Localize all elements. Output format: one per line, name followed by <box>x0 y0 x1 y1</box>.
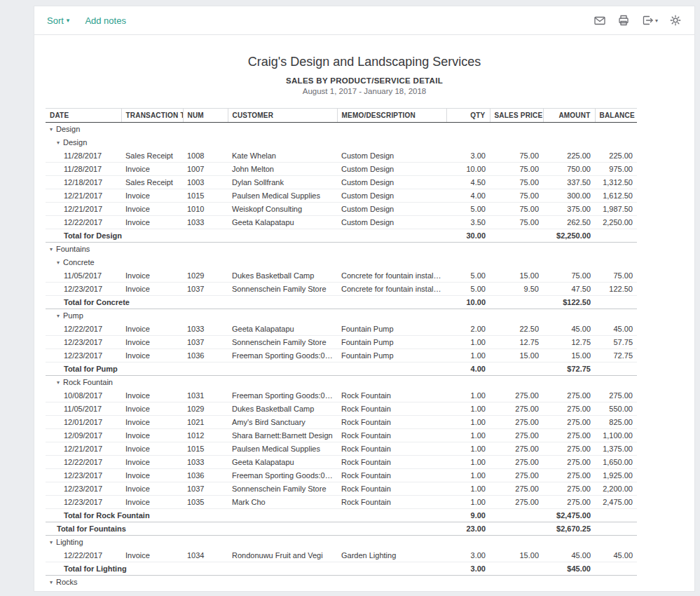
transaction-row[interactable]: 12/18/2017Sales Receipt1003Dylan Sollfra… <box>46 176 637 189</box>
cell-num: 1008 <box>183 149 228 163</box>
cell-customer: Sonnenschein Family Store <box>228 336 337 349</box>
transaction-row[interactable]: 12/23/2017Invoice1036Freeman Sporting Go… <box>46 349 637 363</box>
cell-qty: 3.00 <box>446 549 490 562</box>
cell-txn_type: Invoice <box>121 456 183 469</box>
cell-txn_type: Invoice <box>121 389 183 402</box>
cell-balance: 57.75 <box>595 336 637 349</box>
collapse-triangle-icon[interactable]: ▾ <box>50 126 53 133</box>
cell-customer: Rondonuwu Fruit and Vegi <box>228 549 337 562</box>
cell-qty: 1.00 <box>446 429 490 442</box>
cell-num: 1012 <box>183 429 228 442</box>
transaction-row[interactable]: 12/21/2017Invoice1015Paulsen Medical Sup… <box>46 189 637 203</box>
collapse-triangle-icon[interactable]: ▾ <box>57 140 60 146</box>
cell-customer: Dylan Sollfrank <box>228 176 337 189</box>
transaction-row[interactable]: 12/21/2017Invoice1015Paulsen Medical Sup… <box>46 442 637 456</box>
cell-customer: John Melton <box>228 163 337 176</box>
collapse-triangle-icon[interactable]: ▾ <box>50 579 53 585</box>
cell-amount: 275.00 <box>543 389 595 402</box>
column-header-qty: QTY <box>446 109 490 123</box>
cell-balance: 45.00 <box>595 549 637 562</box>
cell-customer: Paulsen Medical Supplies <box>228 189 337 203</box>
collapse-triangle-icon[interactable]: ▾ <box>57 379 60 386</box>
collapse-triangle-icon[interactable]: ▾ <box>50 246 53 252</box>
group-label: Design <box>63 138 87 147</box>
transaction-row[interactable]: 11/28/2017Invoice1007John MeltonCustom D… <box>46 163 637 176</box>
group-row: ▾Fountains <box>46 243 637 257</box>
cell-balance: 75.00 <box>595 269 637 283</box>
cell-memo: Fountain Pump <box>337 336 446 349</box>
cell-sales_price: 275.00 <box>490 442 543 456</box>
transaction-row[interactable]: 12/22/2017Invoice1034Rondonuwu Fruit and… <box>46 549 637 562</box>
cell-num: 1036 <box>183 469 228 482</box>
cell-qty: 5.00 <box>446 269 490 283</box>
cell-empty <box>595 296 637 309</box>
transaction-row[interactable]: 10/08/2017Invoice1031Freeman Sporting Go… <box>46 389 637 402</box>
collapse-triangle-icon[interactable]: ▾ <box>57 259 60 266</box>
total-amount: $2,670.25 <box>543 522 595 536</box>
cell-num: 1015 <box>183 189 228 203</box>
print-button[interactable] <box>617 14 630 27</box>
cell-txn_type: Invoice <box>121 429 183 442</box>
group-label: Rocks <box>56 578 78 586</box>
report-title: SALES BY PRODUCT/SERVICE DETAIL <box>34 76 694 86</box>
cell-num: 1036 <box>183 349 228 363</box>
cell-amount: 275.00 <box>543 482 595 496</box>
cell-date: 11/05/2017 <box>46 269 121 283</box>
transaction-row[interactable]: 12/23/2017Invoice1036Freeman Sporting Go… <box>46 469 637 482</box>
transaction-row[interactable]: 12/01/2017Invoice1021Amy's Bird Sanctuar… <box>46 416 637 429</box>
cell-empty <box>595 229 637 243</box>
transaction-row[interactable]: 12/23/2017Invoice1037Sonnenschein Family… <box>46 482 637 496</box>
add-notes-button[interactable]: Add notes <box>85 15 126 26</box>
cell-txn_type: Invoice <box>121 549 183 562</box>
transaction-row[interactable]: 12/22/2017Invoice1033Geeta KalapatapuCus… <box>46 216 637 229</box>
cell-qty: 3.50 <box>446 216 490 229</box>
cell-customer: Mark Cho <box>228 496 337 509</box>
cell-amount: 750.00 <box>543 163 595 176</box>
cell-txn_type: Sales Receipt <box>121 149 183 163</box>
cell-memo: Concrete for fountain installat… <box>337 283 446 296</box>
total-qty: 23.00 <box>446 522 490 536</box>
transaction-row[interactable]: 12/21/2017Invoice1010Weiskopf Consulting… <box>46 203 637 216</box>
transaction-row[interactable]: 12/22/2017Invoice1033Geeta KalapatapuFou… <box>46 323 637 336</box>
transaction-row[interactable]: 10/15/2017Invoice1024Red Rock DinerGarde… <box>46 589 637 592</box>
column-header-amount: AMOUNT <box>543 109 595 123</box>
cell-amount: 275.00 <box>543 442 595 456</box>
cell-sales_price: 275.00 <box>490 456 543 469</box>
cell-memo: Rock Fountain <box>337 429 446 442</box>
transaction-row[interactable]: 11/05/2017Invoice1029Dukes Basketball Ca… <box>46 269 637 283</box>
group-cell: ▾Rock Fountain <box>46 376 637 390</box>
collapse-triangle-icon[interactable]: ▾ <box>50 539 53 546</box>
transaction-row[interactable]: 12/22/2017Invoice1033Geeta KalapatapuRoc… <box>46 456 637 469</box>
report-panel: Sort ▾ Add notes <box>34 6 695 592</box>
export-button[interactable]: ▾ <box>641 14 658 27</box>
cell-empty <box>595 522 637 536</box>
cell-amount: 45.00 <box>543 549 595 562</box>
cell-memo: Fountain Pump <box>337 323 446 336</box>
cell-qty: 1.00 <box>446 389 490 402</box>
cell-sales_price: 275.00 <box>490 496 543 509</box>
transaction-row[interactable]: 12/23/2017Invoice1035Mark ChoRock Founta… <box>46 496 637 509</box>
cell-balance: 2,250.00 <box>595 216 637 229</box>
cell-customer: Paulsen Medical Supplies <box>228 442 337 456</box>
cell-amount: 275.00 <box>543 456 595 469</box>
transaction-row[interactable]: 12/09/2017Invoice1012Shara Barnett:Barne… <box>46 429 637 442</box>
cell-qty: 1.00 <box>446 416 490 429</box>
transaction-row[interactable]: 12/23/2017Invoice1037Sonnenschein Family… <box>46 336 637 349</box>
cell-amount: 375.00 <box>543 203 595 216</box>
settings-button[interactable] <box>669 14 682 27</box>
transaction-row[interactable]: 11/28/2017Sales Receipt1008Kate WhelanCu… <box>46 149 637 163</box>
cell-date: 12/09/2017 <box>46 429 121 442</box>
print-icon <box>617 14 630 27</box>
group-cell: ▾Pump <box>46 309 637 323</box>
transaction-row[interactable]: 12/23/2017Invoice1037Sonnenschein Family… <box>46 283 637 296</box>
sort-button[interactable]: Sort ▾ <box>47 15 69 26</box>
total-row: Total for Rock Fountain9.00$2,475.00 <box>46 509 637 522</box>
cell-balance: 2,475.00 <box>595 496 637 509</box>
collapse-triangle-icon[interactable]: ▾ <box>57 313 60 319</box>
email-button[interactable] <box>593 14 606 27</box>
cell-txn_type: Invoice <box>121 469 183 482</box>
cell-balance: 1,612.50 <box>595 189 637 203</box>
cell-txn_type: Invoice <box>121 336 183 349</box>
cell-memo: Custom Design <box>337 176 446 189</box>
transaction-row[interactable]: 11/05/2017Invoice1029Dukes Basketball Ca… <box>46 402 637 416</box>
